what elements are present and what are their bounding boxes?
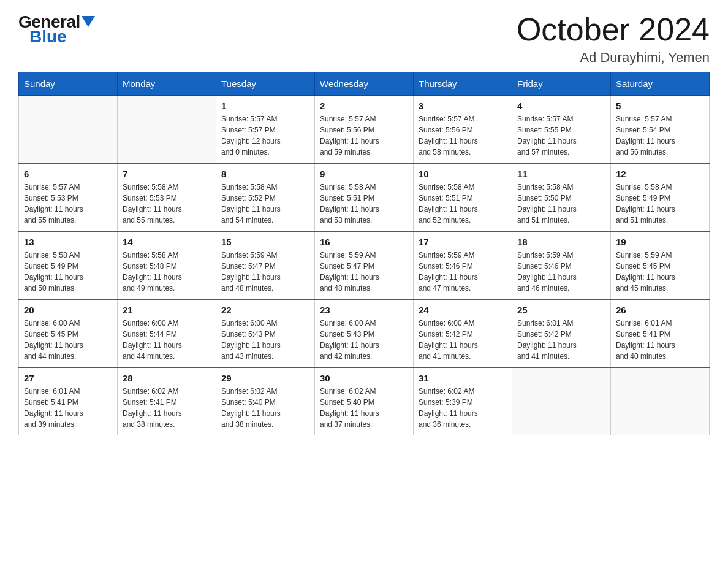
calendar-table: Sunday Monday Tuesday Wednesday Thursday… bbox=[18, 72, 710, 435]
day-info: Sunrise: 5:58 AMSunset: 5:50 PMDaylight:… bbox=[517, 182, 605, 226]
col-monday: Monday bbox=[118, 72, 216, 96]
day-info: Sunrise: 5:57 AMSunset: 5:54 PMDaylight:… bbox=[616, 113, 704, 158]
col-saturday: Saturday bbox=[611, 72, 710, 96]
day-number: 29 bbox=[221, 373, 309, 383]
calendar-day-cell: 8Sunrise: 5:58 AMSunset: 5:52 PMDaylight… bbox=[216, 163, 315, 231]
day-info: Sunrise: 6:00 AMSunset: 5:43 PMDaylight:… bbox=[221, 318, 309, 362]
calendar-day-cell: 2Sunrise: 5:57 AMSunset: 5:56 PMDaylight… bbox=[315, 96, 414, 164]
day-number: 2 bbox=[320, 101, 408, 111]
calendar-header-row: Sunday Monday Tuesday Wednesday Thursday… bbox=[19, 72, 710, 96]
calendar-day-cell: 16Sunrise: 5:59 AMSunset: 5:47 PMDayligh… bbox=[315, 231, 414, 299]
calendar-day-cell: 11Sunrise: 5:58 AMSunset: 5:50 PMDayligh… bbox=[512, 163, 611, 231]
calendar-week-row: 13Sunrise: 5:58 AMSunset: 5:49 PMDayligh… bbox=[19, 231, 710, 299]
calendar-day-cell: 5Sunrise: 5:57 AMSunset: 5:54 PMDaylight… bbox=[611, 96, 710, 164]
main-title: October 2024 bbox=[517, 12, 710, 47]
day-info: Sunrise: 6:02 AMSunset: 5:40 PMDaylight:… bbox=[221, 386, 309, 430]
logo-triangle-icon bbox=[82, 16, 95, 27]
day-number: 12 bbox=[616, 169, 704, 179]
day-number: 7 bbox=[123, 169, 211, 179]
day-number: 13 bbox=[24, 237, 112, 247]
calendar-day-cell: 25Sunrise: 6:01 AMSunset: 5:42 PMDayligh… bbox=[512, 299, 611, 367]
calendar-day-cell: 27Sunrise: 6:01 AMSunset: 5:41 PMDayligh… bbox=[19, 367, 118, 435]
day-info: Sunrise: 6:01 AMSunset: 5:41 PMDaylight:… bbox=[616, 318, 704, 362]
day-number: 30 bbox=[320, 373, 408, 383]
day-info: Sunrise: 6:02 AMSunset: 5:41 PMDaylight:… bbox=[123, 386, 211, 430]
day-info: Sunrise: 6:01 AMSunset: 5:42 PMDaylight:… bbox=[517, 318, 605, 362]
day-info: Sunrise: 5:58 AMSunset: 5:51 PMDaylight:… bbox=[419, 182, 507, 226]
calendar-day-cell: 19Sunrise: 5:59 AMSunset: 5:45 PMDayligh… bbox=[611, 231, 710, 299]
day-number: 28 bbox=[123, 373, 211, 383]
day-number: 22 bbox=[221, 305, 309, 315]
day-number: 19 bbox=[616, 237, 704, 247]
day-number: 11 bbox=[517, 169, 605, 179]
day-info: Sunrise: 6:02 AMSunset: 5:39 PMDaylight:… bbox=[419, 386, 507, 430]
day-info: Sunrise: 6:02 AMSunset: 5:40 PMDaylight:… bbox=[320, 386, 408, 430]
day-number: 6 bbox=[24, 169, 112, 179]
day-info: Sunrise: 5:57 AMSunset: 5:56 PMDaylight:… bbox=[419, 113, 507, 158]
logo: General Blue bbox=[18, 12, 95, 47]
day-info: Sunrise: 6:00 AMSunset: 5:44 PMDaylight:… bbox=[123, 318, 211, 362]
calendar-week-row: 1Sunrise: 5:57 AMSunset: 5:57 PMDaylight… bbox=[19, 96, 710, 164]
calendar-day-cell: 21Sunrise: 6:00 AMSunset: 5:44 PMDayligh… bbox=[118, 299, 216, 367]
col-thursday: Thursday bbox=[414, 72, 512, 96]
calendar-day-cell: 1Sunrise: 5:57 AMSunset: 5:57 PMDaylight… bbox=[216, 96, 315, 164]
calendar-day-cell bbox=[512, 367, 611, 435]
day-number: 20 bbox=[24, 305, 112, 315]
calendar-day-cell: 31Sunrise: 6:02 AMSunset: 5:39 PMDayligh… bbox=[414, 367, 512, 435]
calendar-week-row: 20Sunrise: 6:00 AMSunset: 5:45 PMDayligh… bbox=[19, 299, 710, 367]
day-number: 17 bbox=[419, 237, 507, 247]
calendar-day-cell bbox=[19, 96, 118, 164]
day-number: 10 bbox=[419, 169, 507, 179]
day-number: 5 bbox=[616, 101, 704, 111]
calendar-day-cell: 26Sunrise: 6:01 AMSunset: 5:41 PMDayligh… bbox=[611, 299, 710, 367]
calendar-day-cell: 10Sunrise: 5:58 AMSunset: 5:51 PMDayligh… bbox=[414, 163, 512, 231]
calendar-day-cell: 29Sunrise: 6:02 AMSunset: 5:40 PMDayligh… bbox=[216, 367, 315, 435]
svg-marker-0 bbox=[82, 16, 95, 27]
calendar-day-cell: 6Sunrise: 5:57 AMSunset: 5:53 PMDaylight… bbox=[19, 163, 118, 231]
day-number: 21 bbox=[123, 305, 211, 315]
day-info: Sunrise: 5:59 AMSunset: 5:47 PMDaylight:… bbox=[320, 250, 408, 294]
day-info: Sunrise: 5:58 AMSunset: 5:49 PMDaylight:… bbox=[24, 250, 112, 294]
day-info: Sunrise: 5:59 AMSunset: 5:47 PMDaylight:… bbox=[221, 250, 309, 294]
page-header: General Blue October 2024 Ad Durayhimi, … bbox=[18, 12, 710, 66]
day-number: 16 bbox=[320, 237, 408, 247]
calendar-day-cell: 12Sunrise: 5:58 AMSunset: 5:49 PMDayligh… bbox=[611, 163, 710, 231]
day-info: Sunrise: 5:58 AMSunset: 5:53 PMDaylight:… bbox=[123, 182, 211, 226]
calendar-day-cell: 13Sunrise: 5:58 AMSunset: 5:49 PMDayligh… bbox=[19, 231, 118, 299]
calendar-day-cell: 28Sunrise: 6:02 AMSunset: 5:41 PMDayligh… bbox=[118, 367, 216, 435]
calendar-day-cell: 22Sunrise: 6:00 AMSunset: 5:43 PMDayligh… bbox=[216, 299, 315, 367]
day-info: Sunrise: 6:00 AMSunset: 5:45 PMDaylight:… bbox=[24, 318, 112, 362]
calendar-day-cell: 3Sunrise: 5:57 AMSunset: 5:56 PMDaylight… bbox=[414, 96, 512, 164]
day-number: 24 bbox=[419, 305, 507, 315]
day-info: Sunrise: 5:58 AMSunset: 5:49 PMDaylight:… bbox=[616, 182, 704, 226]
day-info: Sunrise: 5:57 AMSunset: 5:57 PMDaylight:… bbox=[221, 113, 309, 158]
calendar-day-cell bbox=[118, 96, 216, 164]
col-tuesday: Tuesday bbox=[216, 72, 315, 96]
calendar-day-cell: 17Sunrise: 5:59 AMSunset: 5:46 PMDayligh… bbox=[414, 231, 512, 299]
day-info: Sunrise: 5:59 AMSunset: 5:46 PMDaylight:… bbox=[419, 250, 507, 294]
day-info: Sunrise: 6:00 AMSunset: 5:42 PMDaylight:… bbox=[419, 318, 507, 362]
day-number: 18 bbox=[517, 237, 605, 247]
day-info: Sunrise: 5:57 AMSunset: 5:55 PMDaylight:… bbox=[517, 113, 605, 158]
col-sunday: Sunday bbox=[19, 72, 118, 96]
day-number: 4 bbox=[517, 101, 605, 111]
day-info: Sunrise: 5:58 AMSunset: 5:48 PMDaylight:… bbox=[123, 250, 211, 294]
day-info: Sunrise: 6:01 AMSunset: 5:41 PMDaylight:… bbox=[24, 386, 112, 430]
calendar-day-cell: 7Sunrise: 5:58 AMSunset: 5:53 PMDaylight… bbox=[118, 163, 216, 231]
day-number: 15 bbox=[221, 237, 309, 247]
day-number: 26 bbox=[616, 305, 704, 315]
calendar-week-row: 27Sunrise: 6:01 AMSunset: 5:41 PMDayligh… bbox=[19, 367, 710, 435]
day-number: 23 bbox=[320, 305, 408, 315]
day-info: Sunrise: 5:58 AMSunset: 5:52 PMDaylight:… bbox=[221, 182, 309, 226]
calendar-day-cell: 23Sunrise: 6:00 AMSunset: 5:43 PMDayligh… bbox=[315, 299, 414, 367]
calendar-day-cell: 20Sunrise: 6:00 AMSunset: 5:45 PMDayligh… bbox=[19, 299, 118, 367]
day-info: Sunrise: 5:59 AMSunset: 5:45 PMDaylight:… bbox=[616, 250, 704, 294]
calendar-day-cell bbox=[611, 367, 710, 435]
calendar-week-row: 6Sunrise: 5:57 AMSunset: 5:53 PMDaylight… bbox=[19, 163, 710, 231]
calendar-day-cell: 15Sunrise: 5:59 AMSunset: 5:47 PMDayligh… bbox=[216, 231, 315, 299]
calendar-day-cell: 30Sunrise: 6:02 AMSunset: 5:40 PMDayligh… bbox=[315, 367, 414, 435]
day-number: 31 bbox=[419, 373, 507, 383]
day-info: Sunrise: 5:57 AMSunset: 5:53 PMDaylight:… bbox=[24, 182, 112, 226]
day-number: 1 bbox=[221, 101, 309, 111]
calendar-day-cell: 4Sunrise: 5:57 AMSunset: 5:55 PMDaylight… bbox=[512, 96, 611, 164]
